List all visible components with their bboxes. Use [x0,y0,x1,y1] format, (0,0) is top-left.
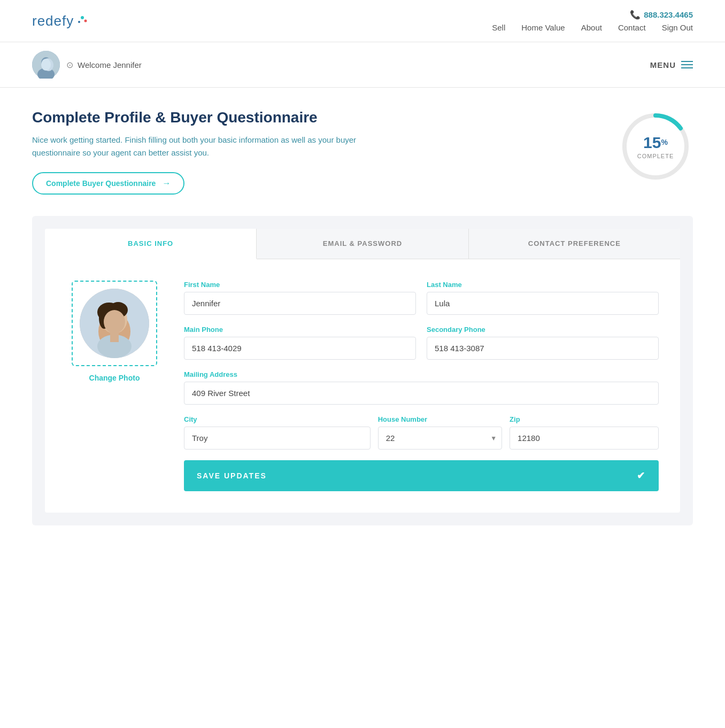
form-card: BASIC INFO EMAIL & PASSWORD CONTACT PREF… [45,229,680,513]
logo-dots-icon [75,14,90,27]
main-nav: Sell Home Value About Contact Sign Out [492,23,693,32]
photo-section: Change Photo [66,281,163,491]
mailing-address-label: Mailing Address [184,370,659,378]
main-phone-group: Main Phone [184,326,416,360]
page-title: Complete Profile & Buyer Questionnaire [32,109,364,126]
last-name-group: Last Name [427,281,659,315]
last-name-label: Last Name [427,281,659,289]
main-content: Complete Profile & Buyer Questionnaire N… [0,88,725,547]
svg-rect-18 [110,331,119,342]
progress-sup: % [661,138,667,146]
form-body: Change Photo First Name Last Name [45,259,680,513]
check-icon: ✔ [637,470,646,482]
photo-upload-box[interactable] [72,281,157,366]
svg-point-1 [84,20,87,22]
phone-number[interactable]: 888.323.4465 [644,10,693,19]
zip-input[interactable] [510,427,659,450]
save-row: SAVE UPDATES ✔ [184,460,659,491]
clock-icon: ⊙ [66,60,73,70]
secondary-phone-input[interactable] [427,337,659,360]
nav-about[interactable]: About [581,23,602,32]
avatar [32,51,60,79]
svg-point-16 [104,310,125,334]
header: redefy 📞 888.323.4465 Sell Home Value Ab… [0,0,725,42]
svg-point-2 [78,21,80,23]
secondary-phone-group: Secondary Phone [427,326,659,360]
svg-point-0 [81,16,84,19]
nav-sell[interactable]: Sell [492,23,505,32]
main-phone-label: Main Phone [184,326,416,334]
mailing-address-group: Mailing Address [184,370,659,405]
last-name-input[interactable] [427,292,659,315]
city-label: City [184,415,371,423]
header-right: 📞 888.323.4465 Sell Home Value About Con… [492,10,693,32]
zip-label: Zip [510,415,659,423]
zip-group: Zip [510,415,659,450]
logo-text: redefy [32,13,74,29]
name-row: First Name Last Name [184,281,659,315]
hero-description: Nice work getting started. Finish fillin… [32,134,364,159]
house-number-select[interactable]: 22 23 24 [378,427,502,450]
mailing-address-input[interactable] [184,382,659,405]
progress-percent: 15 [643,134,661,151]
complete-questionnaire-button[interactable]: Complete Buyer Questionnaire → [32,172,184,195]
nav-contact[interactable]: Contact [618,23,646,32]
first-name-group: First Name [184,281,416,315]
welcome-text: Welcome Jennifer [78,60,142,69]
nav-home-value[interactable]: Home Value [521,23,565,32]
user-photo [80,289,149,358]
hero-section: Complete Profile & Buyer Questionnaire N… [32,109,693,195]
save-label: SAVE UPDATES [197,471,267,480]
menu-button[interactable]: MENU [650,60,693,69]
sub-header: ⊙ Welcome Jennifer MENU [0,42,725,88]
phone-row: 📞 888.323.4465 [630,10,693,20]
mailing-address-row: Mailing Address [184,370,659,405]
city-group: City [184,415,371,450]
form-fields: First Name Last Name Main Phone [184,281,659,491]
arrow-right-icon: → [162,179,171,188]
house-number-group: House Number 22 23 24 ▼ [378,415,502,450]
svg-point-7 [41,59,51,71]
progress-circle: 15% COMPLETE [618,109,693,184]
save-updates-button[interactable]: SAVE UPDATES ✔ [184,460,659,491]
main-phone-input[interactable] [184,337,416,360]
house-number-label: House Number [378,415,502,423]
nav-sign-out[interactable]: Sign Out [662,23,693,32]
tabs: BASIC INFO EMAIL & PASSWORD CONTACT PREF… [45,229,680,259]
cta-label: Complete Buyer Questionnaire [46,179,156,188]
house-number-select-wrap: 22 23 24 ▼ [378,427,502,450]
menu-label: MENU [650,60,676,69]
logo[interactable]: redefy [32,13,90,29]
secondary-phone-label: Secondary Phone [427,326,659,334]
user-info: ⊙ Welcome Jennifer [32,51,142,79]
tab-contact-preference[interactable]: CONTACT PREFERENCE [469,229,680,259]
phone-row-form: Main Phone Secondary Phone [184,326,659,360]
hamburger-icon [681,61,693,68]
welcome-row: ⊙ Welcome Jennifer [66,60,142,70]
tab-email-password[interactable]: EMAIL & PASSWORD [257,229,468,259]
city-zip-row: City House Number 22 23 24 [184,415,659,450]
form-area: BASIC INFO EMAIL & PASSWORD CONTACT PREF… [32,216,693,525]
city-input[interactable] [184,427,371,450]
change-photo-link[interactable]: Change Photo [89,374,140,382]
first-name-label: First Name [184,281,416,289]
hero-left: Complete Profile & Buyer Questionnaire N… [32,109,364,195]
first-name-input[interactable] [184,292,416,315]
phone-icon: 📞 [630,10,641,20]
tab-basic-info[interactable]: BASIC INFO [45,229,257,259]
progress-label: COMPLETE [637,153,674,159]
